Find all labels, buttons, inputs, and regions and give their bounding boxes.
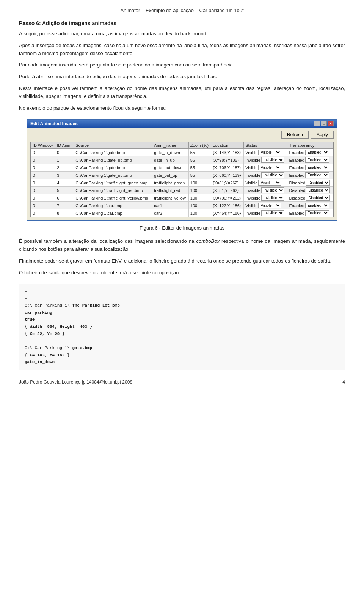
status-select[interactable]: VisibleInvisible bbox=[261, 210, 284, 216]
cell-anim-name: gate_in_down bbox=[152, 149, 188, 156]
cell-id-window: 0 bbox=[31, 156, 55, 164]
cell-source: C:\Car Parking 1\gate.bmp bbox=[74, 164, 152, 172]
page-footer: João Pedro Gouveia Lourenço jpl14084@fct… bbox=[19, 377, 345, 385]
apply-button[interactable]: Apply bbox=[311, 131, 334, 139]
cell-transparency[interactable]: Enabled EnabledDisabled bbox=[287, 156, 333, 164]
cell-status[interactable]: Visible VisibleInvisible bbox=[244, 149, 287, 156]
cell-status[interactable]: Invisible VisibleInvisible bbox=[244, 156, 287, 164]
cell-id-window: 0 bbox=[31, 179, 55, 187]
cell-location: {X=143;Y=183} bbox=[211, 149, 243, 156]
cell-transparency[interactable]: Disabled EnabledDisabled bbox=[287, 187, 333, 194]
table-row: 0 3 C:\Car Parking 1\gate_up.bmp gate_ou… bbox=[31, 172, 333, 179]
table-row: 0 7 C:\Car Parking 1\car.bmp car1 100 {X… bbox=[31, 202, 333, 209]
col-location: Location bbox=[211, 142, 243, 149]
status-select[interactable]: VisibleInvisible bbox=[261, 157, 284, 163]
cell-source: C:\Car Parking 1\car.bmp bbox=[74, 209, 152, 217]
cell-location: {X=98;Y=135} bbox=[211, 156, 243, 164]
cell-zoom: 100 bbox=[188, 209, 211, 217]
status-select[interactable]: VisibleInvisible bbox=[261, 195, 284, 201]
transparency-select[interactable]: EnabledDisabled bbox=[306, 195, 330, 201]
transparency-select[interactable]: EnabledDisabled bbox=[305, 150, 329, 155]
cell-status[interactable]: Invisible VisibleInvisible bbox=[244, 209, 287, 217]
cell-zoom: 55 bbox=[188, 172, 211, 179]
cell-transparency[interactable]: Disabled EnabledDisabled bbox=[287, 194, 333, 202]
col-transparency: Transparency bbox=[287, 142, 333, 149]
transparency-select[interactable]: EnabledDisabled bbox=[305, 172, 329, 178]
paragraph-4: Poderá abrir-se uma interface de edição … bbox=[19, 73, 345, 81]
refresh-button[interactable]: Refresh bbox=[281, 131, 309, 139]
cell-status[interactable]: Invisible VisibleInvisible bbox=[244, 194, 287, 202]
status-select[interactable]: VisibleInvisible bbox=[258, 203, 281, 208]
cell-id-window: 0 bbox=[31, 164, 55, 172]
animated-images-table: ID Window ID Anim Source Anim_name Zoom … bbox=[31, 142, 333, 217]
cell-zoom: 55 bbox=[188, 164, 211, 172]
dialog-toolbar: Refresh Apply bbox=[30, 131, 334, 139]
paragraph-1: A seguir, pode-se adicionar, uma a uma, … bbox=[19, 30, 345, 38]
section-title: Passo 6: Adição de imagens animadas bbox=[19, 20, 345, 26]
cell-id-anim: 6 bbox=[55, 194, 74, 202]
cell-zoom: 100 bbox=[188, 179, 211, 187]
transparency-select[interactable]: EnabledDisabled bbox=[306, 180, 330, 186]
paragraph-after-1: É possível também a alteração da localiz… bbox=[19, 238, 345, 253]
status-select[interactable]: VisibleInvisible bbox=[261, 187, 284, 193]
cell-location: {X=81;Y=262} bbox=[211, 179, 243, 187]
cell-status[interactable]: Visible VisibleInvisible bbox=[244, 179, 287, 187]
minimize-button[interactable]: – bbox=[314, 121, 320, 126]
cell-id-anim: 5 bbox=[55, 187, 74, 194]
figure-caption: Figura 6 - Editor de imagens animadas bbox=[19, 225, 345, 231]
status-select[interactable]: VisibleInvisible bbox=[258, 165, 281, 170]
transparency-select[interactable]: EnabledDisabled bbox=[306, 187, 330, 193]
code-line: C:\ Car Parking 1\ The_Parking_Lot.bmp bbox=[25, 302, 339, 309]
cell-source: C:\Car Parking 1\trafficlight_yellow.bmp bbox=[74, 194, 152, 202]
cell-id-anim: 4 bbox=[55, 179, 74, 187]
table-row: 0 6 C:\Car Parking 1\trafficlight_yellow… bbox=[31, 194, 333, 202]
cell-transparency[interactable]: Enabled EnabledDisabled bbox=[287, 164, 333, 172]
maximize-button[interactable]: □ bbox=[321, 121, 327, 126]
code-line: true bbox=[25, 316, 339, 323]
cell-source: C:\Car Parking 1\trafficlight_green.bmp bbox=[74, 179, 152, 187]
edit-animated-images-dialog: Edit Animated Images – □ ✕ Refresh Apply… bbox=[27, 119, 337, 221]
cell-transparency[interactable]: Enabled EnabledDisabled bbox=[287, 209, 333, 217]
cell-transparency[interactable]: Enabled EnabledDisabled bbox=[287, 202, 333, 209]
cell-status[interactable]: Visible VisibleInvisible bbox=[244, 202, 287, 209]
cell-status[interactable]: Invisible VisibleInvisible bbox=[244, 172, 287, 179]
cell-zoom: 55 bbox=[188, 156, 211, 164]
table-row: 0 0 C:\Car Parking 1\gate.bmp gate_in_do… bbox=[31, 149, 333, 156]
col-status: Status bbox=[244, 142, 287, 149]
close-button[interactable]: ✕ bbox=[328, 121, 334, 126]
cell-source: C:\Car Parking 1\gate_up.bmp bbox=[74, 172, 152, 179]
combobox-term: comboBox bbox=[196, 238, 219, 244]
page-header: Animator – Exemplo de aplicação – Car pa… bbox=[19, 8, 345, 13]
cell-id-anim: 3 bbox=[55, 172, 74, 179]
cell-location: {X=122;Y=186} bbox=[211, 202, 243, 209]
status-select[interactable]: VisibleInvisible bbox=[258, 180, 281, 186]
cell-location: {X=454;Y=186} bbox=[211, 209, 243, 217]
cell-id-window: 0 bbox=[31, 172, 55, 179]
dialog-title: Edit Animated Images bbox=[30, 121, 78, 126]
cell-zoom: 100 bbox=[188, 187, 211, 194]
paragraph-after-3: O ficheiro de saída que descreve o ambie… bbox=[19, 269, 345, 277]
cell-source: C:\Car Parking 1\gate.bmp bbox=[74, 149, 152, 156]
transparency-select[interactable]: EnabledDisabled bbox=[305, 203, 329, 208]
cell-zoom: 100 bbox=[188, 202, 211, 209]
cell-transparency[interactable]: Enabled EnabledDisabled bbox=[287, 172, 333, 179]
cell-anim-name: trafficlight_yellow bbox=[152, 194, 188, 202]
cell-transparency[interactable]: Disabled EnabledDisabled bbox=[287, 179, 333, 187]
cell-status[interactable]: Visible VisibleInvisible bbox=[244, 164, 287, 172]
cell-location: {X=660;Y=139} bbox=[211, 172, 243, 179]
cell-zoom: 55 bbox=[188, 149, 211, 156]
code-line: – bbox=[25, 337, 339, 345]
status-select[interactable]: VisibleInvisible bbox=[258, 150, 281, 155]
transparency-select[interactable]: EnabledDisabled bbox=[305, 210, 329, 216]
table-row: 0 5 C:\Car Parking 1\trafficlight_red.bm… bbox=[31, 187, 333, 194]
dialog-titlebar-buttons: – □ ✕ bbox=[314, 121, 334, 126]
cell-transparency[interactable]: Enabled EnabledDisabled bbox=[287, 149, 333, 156]
cell-location: {X=706;Y=187} bbox=[211, 164, 243, 172]
col-id-anim: ID Anim bbox=[55, 142, 74, 149]
cell-status[interactable]: Invisible VisibleInvisible bbox=[244, 187, 287, 194]
status-select[interactable]: VisibleInvisible bbox=[261, 172, 284, 178]
cell-anim-name: trafficlight_red bbox=[152, 187, 188, 194]
transparency-select[interactable]: EnabledDisabled bbox=[305, 157, 329, 163]
transparency-select[interactable]: EnabledDisabled bbox=[305, 165, 329, 170]
cell-anim-name: car1 bbox=[152, 202, 188, 209]
